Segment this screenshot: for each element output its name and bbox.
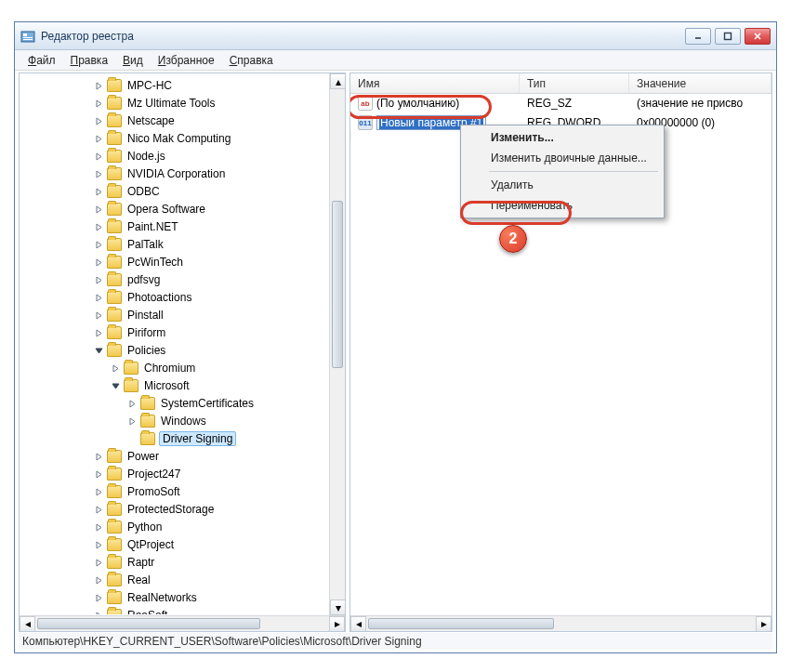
tree-label: ReaSoft: [125, 609, 169, 614]
tree-expander-icon[interactable]: [94, 522, 104, 533]
tree-item-reasoft[interactable]: ReaSoft: [20, 607, 345, 614]
col-header-name[interactable]: Имя: [350, 73, 520, 93]
tree-expander-icon[interactable]: [94, 487, 104, 497]
dword-value-icon: 011: [358, 115, 373, 130]
tree-expander-icon[interactable]: [94, 204, 104, 215]
tree-item-pcwintech[interactable]: PcWinTech: [20, 254, 345, 270]
scroll-down-icon[interactable]: ▾: [330, 600, 346, 615]
tree-expander-icon[interactable]: [94, 611, 104, 615]
tree-item-mpc-hc[interactable]: MPC-HC: [20, 77, 345, 94]
tree-expander-icon[interactable]: [94, 469, 104, 480]
cm-modify-binary[interactable]: Изменить двоичные данные...: [463, 148, 662, 168]
folder-icon: [107, 538, 122, 551]
scroll-right-icon[interactable]: ▸: [329, 616, 345, 632]
tree-expander-icon[interactable]: [94, 575, 104, 586]
tree-item-photoactions[interactable]: Photoactions: [20, 289, 345, 306]
cm-rename[interactable]: Переименовать: [463, 195, 662, 216]
scroll-left-icon[interactable]: ◂: [350, 616, 366, 632]
tree-item-pinstall[interactable]: Pinstall: [20, 307, 345, 323]
tree-item-paltalk[interactable]: PalTalk: [20, 236, 345, 253]
maximize-button[interactable]: [715, 28, 741, 45]
tree-item-qtproject[interactable]: QtProject: [20, 536, 345, 553]
tree-expander-icon[interactable]: [94, 328, 104, 338]
cm-delete[interactable]: Удалить: [463, 175, 662, 195]
tree-item-driver-signing[interactable]: Driver Signing: [20, 430, 345, 447]
tree-item-paint-net[interactable]: Paint.NET: [20, 218, 345, 235]
col-header-type[interactable]: Тип: [520, 73, 629, 93]
tree-expander-icon[interactable]: [127, 399, 138, 409]
tree-expander-icon[interactable]: [94, 310, 104, 321]
tree-expander-icon[interactable]: [94, 593, 104, 603]
tree-item-nico-mak-computing[interactable]: Nico Mak Computing: [20, 130, 345, 147]
close-button[interactable]: [745, 28, 771, 45]
col-header-value[interactable]: Значение: [629, 73, 771, 93]
tree-label: Raptr: [125, 556, 156, 569]
minimize-button[interactable]: [685, 28, 711, 45]
titlebar[interactable]: Редактор реестра: [15, 22, 776, 50]
menu-favorites[interactable]: Избранное: [151, 52, 222, 69]
tree-expander-icon[interactable]: [127, 416, 138, 427]
scroll-thumb[interactable]: [332, 201, 343, 368]
tree-expander-icon[interactable]: [94, 558, 104, 568]
tree-item-realnetworks[interactable]: RealNetworks: [20, 589, 345, 606]
tree-item-real[interactable]: Real: [20, 572, 345, 588]
tree-item-systemcertificates[interactable]: SystemCertificates: [20, 395, 345, 412]
tree-item-protectedstorage[interactable]: ProtectedStorage: [20, 501, 345, 518]
menu-view[interactable]: Вид: [115, 52, 151, 69]
tree-expander-icon[interactable]: [94, 452, 104, 462]
tree-pane[interactable]: MPC-HCMz Ultimate ToolsNetscapeNico Mak …: [19, 72, 346, 632]
tree-item-node-js[interactable]: Node.js: [20, 148, 345, 165]
tree-item-nvidia-corporation[interactable]: NVIDIA Corporation: [20, 165, 345, 182]
tree-expander-icon[interactable]: [94, 169, 104, 179]
tree-hscroll[interactable]: ◂ ▸: [20, 615, 345, 631]
list-row[interactable]: ab(По умолчанию)REG_SZ(значение не присв…: [350, 94, 771, 112]
scroll-up-icon[interactable]: ▴: [330, 73, 346, 89]
menu-file[interactable]: Файл: [20, 52, 63, 69]
tree-vscroll[interactable]: ▴ ▾: [329, 73, 345, 615]
scroll-left-icon[interactable]: ◂: [20, 616, 35, 632]
tree-expander-icon[interactable]: [94, 346, 104, 356]
cm-modify[interactable]: Изменить...: [463, 127, 662, 148]
tree-expander-icon[interactable]: [94, 293, 104, 303]
tree-expander-icon[interactable]: [94, 505, 104, 515]
tree-item-power[interactable]: Power: [20, 448, 345, 465]
tree-item-piriform[interactable]: Piriform: [20, 324, 345, 341]
scroll-thumb[interactable]: [37, 618, 260, 629]
tree-item-netscape[interactable]: Netscape: [20, 112, 345, 129]
tree-item-pdfsvg[interactable]: pdfsvg: [20, 271, 345, 288]
tree-expander-icon[interactable]: [94, 81, 104, 91]
tree-item-opera-software[interactable]: Opera Software: [20, 201, 345, 217]
folder-icon: [140, 397, 155, 410]
tree-expander-icon[interactable]: [94, 257, 104, 268]
tree-label: Python: [125, 520, 164, 534]
tree-expander-icon[interactable]: [94, 116, 104, 126]
tree-expander-icon[interactable]: [94, 99, 104, 109]
tree-expander-icon[interactable]: [94, 134, 104, 144]
list-hscroll[interactable]: ◂ ▸: [350, 615, 771, 631]
tree-item-windows[interactable]: Windows: [20, 413, 345, 429]
tree-expander-icon[interactable]: [94, 222, 104, 232]
tree-expander-icon[interactable]: [94, 275, 104, 285]
scroll-right-icon[interactable]: ▸: [756, 616, 771, 632]
tree-expander-icon[interactable]: [94, 187, 104, 197]
tree-item-project247[interactable]: Project247: [20, 466, 345, 482]
tree-label: Microsoft: [142, 379, 191, 392]
tree-expander-icon[interactable]: [94, 152, 104, 162]
tree-item-policies[interactable]: Policies: [20, 342, 345, 359]
tree-expander-icon[interactable]: [111, 381, 121, 391]
tree-item-mz-ultimate-tools[interactable]: Mz Ultimate Tools: [20, 95, 345, 112]
menu-edit[interactable]: Правка: [63, 52, 116, 69]
tree-item-odbc[interactable]: ODBC: [20, 183, 345, 200]
tree-item-python[interactable]: Python: [20, 519, 345, 535]
values-pane[interactable]: Имя Тип Значение ab(По умолчанию)REG_SZ(…: [349, 72, 772, 632]
tree-item-microsoft[interactable]: Microsoft: [20, 377, 345, 394]
tree-item-chromium[interactable]: Chromium: [20, 360, 345, 376]
scroll-thumb[interactable]: [368, 618, 554, 629]
tree-item-raptr[interactable]: Raptr: [20, 554, 345, 571]
tree-expander-icon[interactable]: [111, 363, 121, 374]
menu-help[interactable]: Справка: [222, 52, 281, 69]
tree-expander-icon[interactable]: [94, 540, 104, 550]
tree-item-promosoft[interactable]: PromoSoft: [20, 483, 345, 500]
tree-expander-icon[interactable]: [94, 240, 104, 250]
tree-label: Paint.NET: [125, 220, 180, 233]
